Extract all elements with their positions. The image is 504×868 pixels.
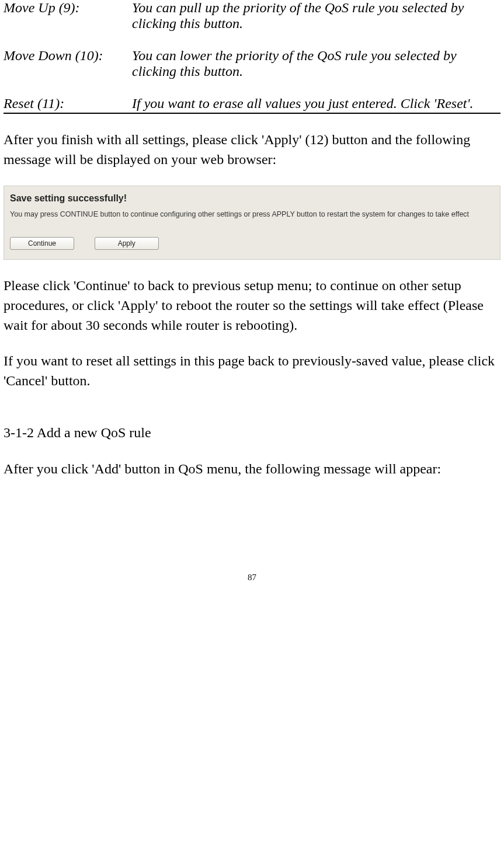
definition-row: Move Up (9): You can pull up the priorit…: [4, 0, 500, 32]
definition-desc: You can lower the priority of the QoS ru…: [132, 48, 500, 79]
paragraph-continue-instruction: Please click 'Continue' to back to previ…: [4, 276, 500, 335]
continue-button[interactable]: Continue: [10, 237, 74, 250]
dialog-message: You may press CONTINUE button to continu…: [10, 210, 494, 219]
definition-term: Reset (11):: [4, 96, 132, 113]
paragraph-cancel-instruction: If you want to reset all settings in thi…: [4, 351, 500, 391]
apply-button[interactable]: Apply: [95, 237, 159, 250]
definition-term: Move Up (9):: [4, 0, 132, 32]
document-page: Move Up (9): You can pull up the priorit…: [0, 0, 504, 606]
save-confirm-dialog: Save setting successfully! You may press…: [4, 186, 500, 260]
definition-desc: If you want to erase all values you just…: [132, 96, 500, 113]
paragraph-apply-instruction: After you finish with all settings, plea…: [4, 130, 500, 169]
definition-row: Move Down (10): You can lower the priori…: [4, 48, 500, 79]
paragraph-add-instruction: After you click 'Add' button in QoS menu…: [4, 459, 500, 479]
page-number: 87: [4, 573, 500, 583]
definition-desc: You can pull up the priority of the QoS …: [132, 0, 500, 32]
definition-term: Move Down (10):: [4, 48, 132, 79]
dialog-button-row: Continue Apply: [10, 233, 494, 250]
definition-row: Reset (11): If you want to erase all val…: [4, 96, 500, 113]
dialog-title: Save setting successfully!: [10, 193, 494, 204]
section-heading: 3-1-2 Add a new QoS rule: [4, 423, 500, 443]
definition-table: Move Up (9): You can pull up the priorit…: [4, 0, 500, 114]
